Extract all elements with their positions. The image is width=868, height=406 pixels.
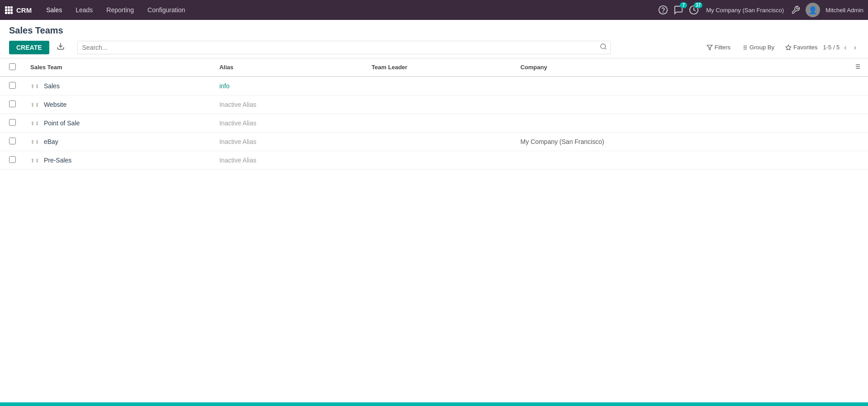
next-page-button[interactable]: › xyxy=(851,43,859,53)
app-brand[interactable]: CRM xyxy=(16,6,32,14)
svg-rect-8 xyxy=(10,12,13,14)
activity-icon-btn[interactable]: 37 xyxy=(689,5,699,15)
drag-icon-2: ⬆⬇ xyxy=(30,120,39,127)
table-body: ⬆⬇ Sales info ⬆⬇ Website Inactive Alias xyxy=(0,76,868,170)
row-name-3[interactable]: ⬆⬇ eBay xyxy=(23,133,212,151)
svg-point-10 xyxy=(663,12,664,12)
table-row[interactable]: ⬆⬇ Point of Sale Inactive Alias xyxy=(0,114,868,133)
row-name-4[interactable]: ⬆⬇ Pre-Sales xyxy=(23,151,212,170)
row-actions-3 xyxy=(804,133,868,151)
pagination-info: 1-5 / 5 xyxy=(823,44,840,51)
svg-rect-4 xyxy=(8,9,10,11)
nav-sales[interactable]: Sales xyxy=(41,4,67,16)
th-sales-team: Sales Team xyxy=(23,58,212,76)
top-navigation: CRM Sales Leads Reporting Configuration … xyxy=(0,0,868,20)
row-select-2[interactable] xyxy=(9,119,16,126)
svg-rect-1 xyxy=(8,6,10,9)
prev-page-button[interactable]: ‹ xyxy=(841,43,849,53)
table-wrapper: Sales Team Alias Team Leader Company xyxy=(0,58,868,170)
table-row[interactable]: ⬆⬇ eBay Inactive Alias My Company (San F… xyxy=(0,133,868,151)
drag-icon-1: ⬆⬇ xyxy=(30,102,39,108)
row-company-3: My Company (San Francisco) xyxy=(513,133,803,151)
support-icon-btn[interactable] xyxy=(658,5,668,15)
wrench-icon-btn[interactable] xyxy=(791,5,800,14)
svg-rect-6 xyxy=(5,12,7,14)
svg-rect-2 xyxy=(10,6,13,9)
table-row[interactable]: ⬆⬇ Sales info xyxy=(0,76,868,96)
row-leader-2 xyxy=(364,114,513,133)
row-select-3[interactable] xyxy=(9,138,16,144)
drag-icon-3: ⬆⬇ xyxy=(30,139,39,145)
favorites-label: Favorites xyxy=(793,44,817,51)
search-input[interactable] xyxy=(77,41,611,54)
th-company: Company xyxy=(513,58,803,76)
pagination: 1-5 / 5 ‹ › xyxy=(823,43,859,53)
row-alias-3[interactable]: Inactive Alias xyxy=(212,133,364,151)
row-actions-0 xyxy=(804,76,868,96)
row-actions-2 xyxy=(804,114,868,133)
filters-label: Filters xyxy=(715,44,730,51)
nav-configuration[interactable]: Configuration xyxy=(142,4,190,16)
row-alias-1[interactable]: Inactive Alias xyxy=(212,96,364,114)
search-button[interactable] xyxy=(600,43,607,52)
th-select-all[interactable] xyxy=(0,58,23,76)
row-checkbox-0[interactable] xyxy=(0,76,23,96)
row-alias-4[interactable]: Inactive Alias xyxy=(212,151,364,170)
svg-rect-3 xyxy=(5,9,7,11)
row-alias-2[interactable]: Inactive Alias xyxy=(212,114,364,133)
row-actions-4 xyxy=(804,151,868,170)
row-checkbox-2[interactable] xyxy=(0,114,23,133)
svg-marker-22 xyxy=(786,45,791,50)
page-header: Sales Teams xyxy=(0,20,868,36)
svg-point-13 xyxy=(601,44,606,49)
row-checkbox-1[interactable] xyxy=(0,96,23,114)
row-select-4[interactable] xyxy=(9,156,16,163)
row-leader-4 xyxy=(364,151,513,170)
row-name-0[interactable]: ⬆⬇ Sales xyxy=(23,76,212,96)
row-company-1 xyxy=(513,96,803,114)
th-settings[interactable] xyxy=(804,58,868,76)
row-alias-0[interactable]: info xyxy=(212,76,364,96)
svg-rect-7 xyxy=(8,12,10,14)
grid-menu-icon[interactable] xyxy=(5,6,13,14)
svg-rect-5 xyxy=(10,9,13,11)
svg-line-14 xyxy=(605,48,606,49)
groupby-label: Group By xyxy=(749,44,774,51)
create-button[interactable]: CREATE xyxy=(9,41,49,54)
row-company-2 xyxy=(513,114,803,133)
row-name-2[interactable]: ⬆⬇ Point of Sale xyxy=(23,114,212,133)
table-row[interactable]: ⬆⬇ Website Inactive Alias xyxy=(0,96,868,114)
filter-bar: Filters Group By Favorites xyxy=(701,41,823,53)
favorites-button[interactable]: Favorites xyxy=(780,41,823,53)
nav-reporting[interactable]: Reporting xyxy=(101,4,139,16)
filters-button[interactable]: Filters xyxy=(701,41,736,53)
row-name-1[interactable]: ⬆⬇ Website xyxy=(23,96,212,114)
company-name[interactable]: My Company (San Francisco) xyxy=(706,7,784,14)
row-leader-1 xyxy=(364,96,513,114)
row-select-1[interactable] xyxy=(9,100,16,107)
nav-leads[interactable]: Leads xyxy=(70,4,98,16)
username[interactable]: Mitchell Admin xyxy=(825,7,863,14)
toolbar: CREATE Filters xyxy=(0,40,868,58)
row-leader-0 xyxy=(364,76,513,96)
svg-rect-0 xyxy=(5,6,7,9)
avatar[interactable]: 👤 xyxy=(806,3,820,17)
groupby-button[interactable]: Group By xyxy=(736,41,780,53)
row-actions-1 xyxy=(804,96,868,114)
drag-icon-0: ⬆⬇ xyxy=(30,83,39,90)
row-company-0 xyxy=(513,76,803,96)
topnav-menu: Sales Leads Reporting Configuration xyxy=(41,4,190,16)
page-wrapper: Sales Teams CREATE xyxy=(0,20,868,406)
download-button[interactable] xyxy=(53,40,68,54)
chat-icon-btn[interactable]: 7 xyxy=(674,5,683,15)
row-checkbox-3[interactable] xyxy=(0,133,23,151)
topnav-right: 7 37 My Company (San Francisco) 👤 Mitche… xyxy=(658,3,863,17)
select-all-checkbox[interactable] xyxy=(9,63,16,70)
row-checkbox-4[interactable] xyxy=(0,151,23,170)
svg-marker-15 xyxy=(707,45,712,50)
row-select-0[interactable] xyxy=(9,82,16,89)
activity-badge: 37 xyxy=(694,2,702,8)
table-row[interactable]: ⬆⬇ Pre-Sales Inactive Alias xyxy=(0,151,868,170)
sales-teams-table: Sales Team Alias Team Leader Company xyxy=(0,58,868,170)
search-bar xyxy=(77,41,611,54)
